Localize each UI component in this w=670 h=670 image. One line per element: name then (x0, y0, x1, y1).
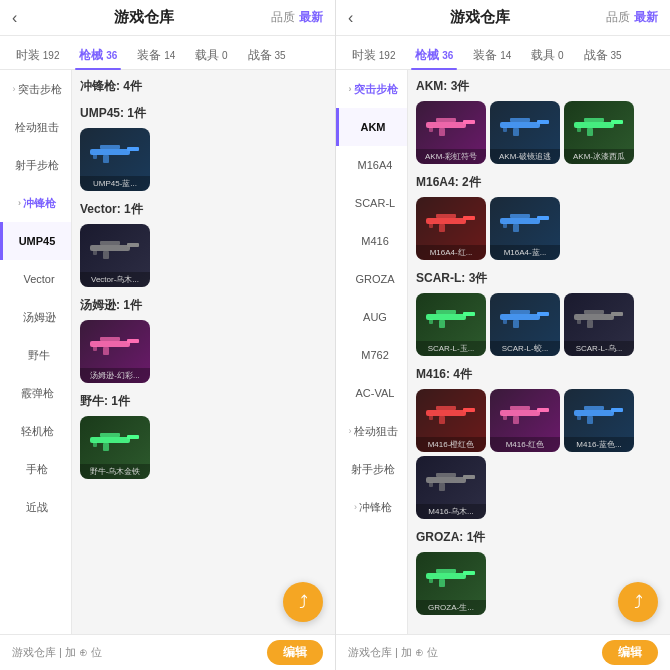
weapon-card[interactable]: SCAR-L-乌... (564, 293, 634, 356)
sidebar-item-野牛[interactable]: 野牛 (0, 336, 71, 374)
svg-rect-38 (439, 224, 445, 232)
back-arrow[interactable]: ‹ (348, 9, 353, 27)
sidebar-item-M762[interactable]: M762 (336, 336, 407, 374)
weapon-image (564, 389, 634, 437)
weapon-card[interactable]: AKM-破镜追逃 (490, 101, 560, 164)
header: ‹ 游戏仓库 品质 最新 (0, 0, 335, 36)
sidebar-item-汤姆逊[interactable]: 汤姆逊 (0, 298, 71, 336)
weapon-image (80, 224, 150, 272)
svg-rect-12 (100, 337, 120, 341)
tab-战备[interactable]: 战备 35 (576, 42, 630, 69)
weapon-name: M416-乌木... (416, 504, 486, 519)
weapon-card[interactable]: M16A4-红... (416, 197, 486, 260)
tab-badge: 36 (103, 50, 117, 61)
svg-rect-32 (584, 118, 604, 122)
confirm-button[interactable]: 编辑 (267, 640, 323, 665)
weapon-card[interactable]: 汤姆逊-幻彩... (80, 320, 150, 383)
item-row: Vector-乌木... (80, 224, 327, 287)
tab-战备[interactable]: 战备 35 (240, 42, 294, 69)
sidebar-item-栓动狙击[interactable]: ›栓动狙击 (336, 412, 407, 450)
svg-rect-16 (127, 435, 139, 439)
weapon-card[interactable]: AKM-彩虹符号 (416, 101, 486, 164)
svg-rect-28 (513, 128, 519, 136)
sidebar-item-突击步枪[interactable]: ›突击步枪 (336, 70, 407, 108)
weapon-card[interactable]: M16A4-蓝... (490, 197, 560, 260)
weapon-card[interactable]: M416-乌木... (416, 456, 486, 519)
svg-rect-54 (503, 319, 507, 324)
sidebar-item-近战[interactable]: 近战 (0, 488, 71, 526)
item-row: SCAR-L-玉... SCAR-L-蛟... SCAR-L-乌... (416, 293, 662, 356)
weapon-card[interactable]: M416-蓝色... (564, 389, 634, 452)
back-arrow[interactable]: ‹ (12, 9, 17, 27)
svg-rect-13 (103, 347, 109, 355)
float-share-button[interactable]: ⤴ (283, 582, 323, 622)
weapon-image (490, 101, 560, 149)
sidebar-item-冲锋枪[interactable]: ›冲锋枪 (336, 488, 407, 526)
sidebar-item-射手步枪[interactable]: 射手步枪 (336, 450, 407, 488)
weapon-card[interactable]: 野牛-乌木金铁 (80, 416, 150, 479)
sidebar-item-AKM[interactable]: AKM (336, 108, 407, 146)
main-content: ›突击步枪栓动狙击射手步枪›冲锋枪UMP45Vector汤姆逊野牛霰弹枪轻机枪手… (0, 70, 335, 634)
bottom-bar: 游戏仓库 | 加 ⊕ 位 编辑 (0, 634, 335, 670)
weapon-card[interactable]: UMP45-蓝... (80, 128, 150, 191)
tab-装备[interactable]: 装备 14 (129, 42, 183, 69)
float-share-button[interactable]: ⤴ (618, 582, 658, 622)
svg-rect-26 (537, 120, 549, 124)
svg-rect-59 (577, 319, 581, 324)
svg-rect-72 (584, 406, 604, 410)
sidebar-item-轻机枪[interactable]: 轻机枪 (0, 412, 71, 450)
tab-载具[interactable]: 载具 0 (523, 42, 571, 69)
svg-rect-41 (537, 216, 549, 220)
weapon-image (490, 197, 560, 245)
svg-rect-18 (103, 443, 109, 451)
svg-rect-34 (577, 127, 581, 132)
tab-bar: 时装 192枪械 36装备 14载具 0战备 35 (0, 36, 335, 70)
weapon-name: M416-蓝色... (564, 437, 634, 452)
tab-时装[interactable]: 时装 192 (344, 42, 403, 69)
sidebar-item-冲锋枪[interactable]: ›冲锋枪 (0, 184, 71, 222)
weapon-card[interactable]: AKM-冰漆西瓜 (564, 101, 634, 164)
weapon-card[interactable]: M416-红色 (490, 389, 560, 452)
sidebar-item-M416[interactable]: M416 (336, 222, 407, 260)
item-row: 野牛-乌木金铁 (80, 416, 327, 479)
svg-rect-67 (510, 406, 530, 410)
sidebar: ›突击步枪AKMM16A4SCAR-LM416GROZAAUGM762AC-VA… (336, 70, 408, 634)
tab-载具[interactable]: 载具 0 (187, 42, 235, 69)
svg-rect-39 (429, 223, 433, 228)
weapon-card[interactable]: Vector-乌木... (80, 224, 150, 287)
tab-装备[interactable]: 装备 14 (465, 42, 519, 69)
sidebar-item-M16A4[interactable]: M16A4 (336, 146, 407, 184)
item-row: 汤姆逊-幻彩... (80, 320, 327, 383)
sidebar-item-AUG[interactable]: AUG (336, 298, 407, 336)
weapon-card[interactable]: GROZA-生... (416, 552, 486, 615)
weapon-card[interactable]: SCAR-L-蛟... (490, 293, 560, 356)
sidebar-label: 射手步枪 (351, 462, 395, 477)
sidebar-item-AC-VAL[interactable]: AC-VAL (336, 374, 407, 412)
sidebar-item-霰弹枪[interactable]: 霰弹枪 (0, 374, 71, 412)
sidebar-item-射手步枪[interactable]: 射手步枪 (0, 146, 71, 184)
weapon-image (80, 416, 150, 464)
tab-枪械[interactable]: 枪械 36 (407, 42, 461, 69)
confirm-button[interactable]: 编辑 (602, 640, 658, 665)
svg-rect-21 (463, 120, 475, 124)
sidebar-item-手枪[interactable]: 手枪 (0, 450, 71, 488)
sidebar-item-栓动狙击[interactable]: 栓动狙击 (0, 108, 71, 146)
sidebar-item-GROZA[interactable]: GROZA (336, 260, 407, 298)
quality-value: 最新 (634, 9, 658, 26)
category-title: M416: 4件 (416, 366, 662, 383)
category-section: AKM: 3件 AKM-彩虹符号 AKM-破镜追逃 (416, 78, 662, 164)
weapon-card[interactable]: M416-橙红色 (416, 389, 486, 452)
bottom-text: 游戏仓库 | 加 ⊕ 位 (12, 645, 102, 660)
sidebar-item-SCAR-L[interactable]: SCAR-L (336, 184, 407, 222)
category-section: 冲锋枪: 4件 (80, 78, 327, 95)
svg-rect-69 (503, 415, 507, 420)
sidebar-item-突击步枪[interactable]: ›突击步枪 (0, 70, 71, 108)
category-section: Vector: 1件 Vector-乌木... (80, 201, 327, 287)
category-title: 冲锋枪: 4件 (80, 78, 327, 95)
tab-枪械[interactable]: 枪械 36 (71, 42, 125, 69)
sidebar-item-UMP45[interactable]: UMP45 (0, 222, 71, 260)
sidebar-item-Vector[interactable]: Vector (0, 260, 71, 298)
tab-时装[interactable]: 时装 192 (8, 42, 67, 69)
weapon-name: SCAR-L-玉... (416, 341, 486, 356)
weapon-card[interactable]: SCAR-L-玉... (416, 293, 486, 356)
